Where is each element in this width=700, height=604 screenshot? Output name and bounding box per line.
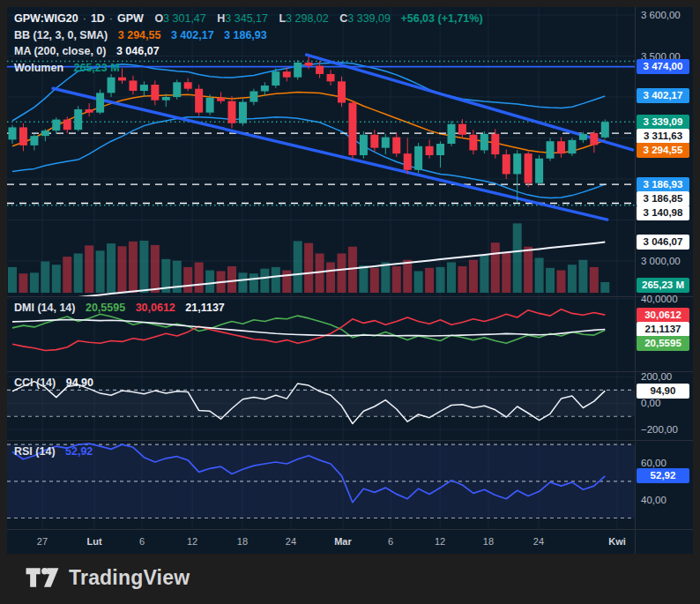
tradingview-logo-icon	[25, 564, 60, 591]
dmi-pane-canvas[interactable]	[7, 296, 635, 371]
price-axis-tick: 3 600,00	[641, 9, 681, 21]
price-axis-tick: 40,0000	[641, 293, 678, 305]
price-axis-badge: 3 339,09	[637, 115, 689, 130]
price-axis-tick: 200,00	[641, 370, 672, 383]
time-axis-label: 18	[237, 536, 248, 547]
time-axis-label: 6	[139, 536, 145, 547]
price-axis-badge: 3 311,63	[637, 129, 689, 144]
time-axis-label: 12	[187, 536, 197, 547]
price-axis-tick: 0,00	[641, 397, 660, 409]
time-axis-label: Lut	[86, 536, 101, 547]
price-axis-badge: 3 402,17	[637, 88, 689, 103]
price-axis-badge: 21,1137	[637, 322, 689, 337]
time-axis-label: 6	[388, 536, 393, 547]
price-axis[interactable]: 3 600,003 500,003 000,003 474,003 402,17…	[635, 7, 693, 554]
price-axis-tick: 60,00	[641, 457, 666, 469]
time-axis-label: 27	[37, 536, 48, 547]
price-axis-badge: 20,5595	[637, 336, 689, 351]
price-axis-tick: 3 000,00	[641, 255, 681, 267]
tradingview-logo[interactable]: TradingView	[25, 564, 190, 591]
price-axis-badge: 265,23 M	[637, 278, 689, 293]
price-axis-badge: 94,90	[637, 384, 689, 399]
tradingview-logo-text: TradingView	[69, 566, 190, 590]
time-axis-label: 12	[435, 536, 445, 547]
price-axis-badge: 3 046,07	[637, 235, 689, 250]
time-axis-label: 18	[483, 536, 494, 547]
pane-separator[interactable]	[7, 371, 693, 372]
tradingview-chart-window: GPW:WIG20·1D·GPW O3 301,47 H3 345,17 L3 …	[0, 0, 700, 604]
time-axis-label: 24	[286, 536, 296, 547]
time-axis-label: Mar	[334, 536, 352, 547]
price-axis-tick: 40,00	[641, 494, 666, 506]
price-pane-canvas[interactable]	[7, 7, 635, 296]
price-axis-badge: 30,0612	[637, 308, 689, 323]
price-axis-badge: 3 140,98	[637, 205, 689, 220]
time-axis[interactable]: 27Lut6121824Mar6121824Kwi	[7, 529, 693, 555]
price-axis-badge: 3 186,85	[637, 191, 689, 206]
rsi-pane-canvas[interactable]	[7, 440, 635, 529]
price-axis-tick: −200,00	[641, 423, 678, 436]
time-axis-label: Kwi	[608, 536, 626, 547]
time-axis-label: 24	[533, 536, 544, 547]
price-axis-badge: 3 294,55	[637, 143, 689, 158]
price-axis-badge: 52,92	[637, 468, 689, 483]
price-axis-badge: 3 474,00	[637, 59, 689, 74]
price-axis-badge: 3 186,93	[637, 177, 689, 192]
cci-pane-canvas[interactable]	[7, 371, 635, 440]
pane-separator[interactable]	[7, 440, 693, 441]
pane-separator[interactable]	[7, 296, 693, 297]
